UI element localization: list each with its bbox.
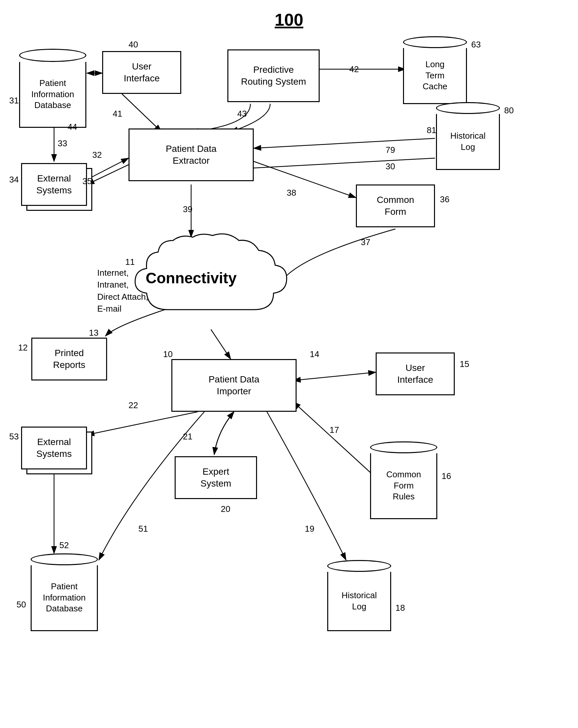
common-form-top: CommonForm: [356, 184, 435, 227]
external-systems-top-label: ExternalSystems: [36, 173, 72, 197]
ref-34: 34: [9, 175, 19, 185]
ref-63: 63: [471, 40, 481, 50]
ref-31: 31: [9, 96, 19, 106]
ref-32: 32: [92, 150, 102, 160]
ref-37: 37: [361, 237, 370, 248]
svg-text:Connectivity: Connectivity: [146, 269, 236, 287]
svg-line-10: [87, 165, 128, 184]
printed-reports-label: PrintedReports: [53, 347, 85, 371]
ref-10: 10: [163, 349, 173, 359]
ref-13: 13: [89, 328, 99, 338]
svg-line-16: [293, 402, 372, 474]
user-interface-top: UserInterface: [102, 51, 181, 94]
historical-log-top: HistoricalLog: [435, 102, 501, 170]
svg-line-11: [254, 161, 356, 198]
external-systems-bottom: ExternalSystems: [21, 426, 87, 469]
historical-log-bottom: HistoricalLog: [326, 560, 392, 631]
patient-info-db-bottom-label: Patient Information Database: [35, 581, 94, 614]
svg-line-9: [87, 158, 128, 180]
ref-40: 40: [128, 40, 138, 50]
common-form-top-label: CommonForm: [377, 194, 414, 218]
printed-reports: PrintedReports: [31, 338, 107, 381]
ref-35: 35: [82, 176, 92, 186]
common-form-rules-label: CommonFormRules: [386, 469, 421, 502]
ref-30: 30: [385, 161, 395, 172]
patient-data-importer-label: Patient DataImporter: [208, 373, 259, 398]
historical-log-bottom-label: HistoricalLog: [342, 590, 377, 613]
ref-51: 51: [139, 524, 148, 534]
ref-20: 20: [221, 504, 230, 514]
svg-line-13: [293, 372, 376, 381]
user-interface-bottom-label: UserInterface: [397, 362, 433, 386]
ref-21: 21: [183, 432, 193, 442]
patient-data-extractor: Patient DataExtractor: [128, 128, 254, 181]
historical-log-top-label: HistoricalLog: [450, 130, 486, 153]
ref-52: 52: [59, 540, 69, 550]
patient-info-db-bottom: Patient Information Database: [30, 553, 99, 631]
ref-17: 17: [329, 425, 339, 435]
ref-15: 15: [460, 359, 469, 369]
svg-line-6: [254, 138, 435, 148]
expert-system-label: ExpertSystem: [200, 466, 231, 490]
ref-36: 36: [440, 194, 450, 205]
ref-80: 80: [504, 105, 514, 115]
patient-info-db-top: Patient Information Database: [18, 49, 87, 128]
ref-39: 39: [183, 204, 193, 214]
diagram: 100: [0, 0, 578, 728]
svg-line-12: [211, 330, 231, 359]
long-term-cache-label: LongTermCache: [423, 59, 447, 92]
ref-53: 53: [9, 432, 19, 442]
ref-81: 81: [427, 125, 436, 135]
svg-line-7: [254, 158, 435, 168]
ref-50: 50: [17, 600, 26, 610]
connectivity-cloud: Connectivity: [128, 231, 293, 331]
patient-info-db-top-label: Patient Information Database: [23, 78, 82, 111]
ref-43: 43: [237, 109, 247, 119]
cloud-svg: Connectivity: [128, 231, 293, 330]
user-interface-bottom: UserInterface: [376, 353, 455, 395]
ref-12: 12: [18, 343, 28, 353]
svg-line-3: [122, 94, 161, 132]
svg-line-14: [87, 412, 198, 435]
external-systems-bottom-label: ExternalSystems: [36, 436, 72, 460]
long-term-cache: LongTermCache: [402, 36, 468, 104]
predictive-routing: PredictiveRouting System: [227, 49, 320, 102]
predictive-routing-label: PredictiveRouting System: [241, 64, 306, 88]
ref-18: 18: [396, 603, 405, 613]
ref-19: 19: [305, 524, 315, 534]
ref-79: 79: [385, 145, 395, 155]
ref-11: 11: [125, 257, 135, 267]
ref-33: 33: [58, 138, 67, 149]
expert-system: ExpertSystem: [175, 456, 257, 499]
ref-16: 16: [442, 471, 451, 481]
ref-42: 42: [349, 64, 359, 74]
common-form-rules: CommonFormRules: [369, 441, 438, 519]
patient-data-importer: Patient DataImporter: [171, 359, 297, 412]
diagram-title: 100: [275, 10, 303, 30]
connectivity-sublabel: Internet,Intranet,Direct Attach,E-mail: [97, 267, 148, 315]
patient-data-extractor-label: Patient DataExtractor: [166, 143, 217, 167]
ref-44-label: 44: [68, 122, 77, 132]
ref-14: 14: [310, 349, 319, 359]
ref-38: 38: [287, 188, 296, 198]
user-interface-top-label: UserInterface: [124, 61, 160, 85]
ref-41: 41: [113, 109, 122, 119]
external-systems-top: ExternalSystems: [21, 163, 87, 206]
ref-22: 22: [128, 400, 138, 411]
